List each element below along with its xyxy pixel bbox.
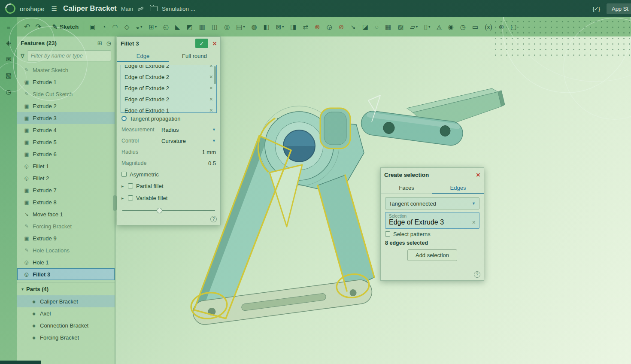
selection-method-dropdown[interactable]: Tangent connected ▼ <box>385 197 479 209</box>
selection-item[interactable]: Edge of Extrude 2× <box>121 82 216 94</box>
project-breadcrumb[interactable]: Simulation ... <box>162 6 195 12</box>
feature-item-forcing-bracket[interactable]: ✎Forcing Bracket <box>17 220 115 232</box>
tool-fillet[interactable]: ◵ <box>163 24 169 30</box>
feature-item-fillet-2[interactable]: ◵Fillet 2 <box>17 172 115 184</box>
measurement-caret-icon[interactable]: ▼ <box>212 127 216 132</box>
tool-sweep[interactable]: ◠ <box>112 24 118 30</box>
feature-item-fillet-3[interactable]: ◵Fillet 3 <box>17 268 115 280</box>
feature-item-side-cut-sketch[interactable]: ✎Side Cut Sketch <box>17 88 115 100</box>
scrollbar-thumb[interactable] <box>214 66 216 84</box>
tool-measure[interactable]: ◬ <box>437 24 442 30</box>
tool-extrude[interactable]: ▣ <box>89 24 95 30</box>
boolean-caret-icon[interactable]: ▾ <box>282 25 284 29</box>
commit-button[interactable]: ✓ <box>195 39 208 48</box>
tool-modify-fillet[interactable]: ◶ <box>327 24 332 30</box>
sketch-button[interactable]: ✎ Sketch <box>52 24 79 30</box>
part-item-connection-bracket[interactable]: ◆Connection Bracket <box>17 319 115 331</box>
tangent-propagation-checkbox[interactable] <box>121 116 127 121</box>
tool-rib[interactable]: ▥ <box>199 24 205 30</box>
selection-item[interactable]: Edge of Extrude 2× <box>121 71 216 82</box>
feature-item-extrude-6[interactable]: ▣Extrude 6 <box>17 148 115 160</box>
tool-mass-properties[interactable]: ◉ <box>448 24 454 30</box>
part-item-axel[interactable]: ◆Axel <box>17 307 115 319</box>
tool-boolean[interactable]: ⊠▾ <box>276 24 284 30</box>
linear-pattern-caret-icon[interactable]: ▾ <box>243 25 245 29</box>
feature-item-extrude-4[interactable]: ▣Extrude 4 <box>17 124 115 136</box>
feature-item-extrude-7[interactable]: ▣Extrude 7 <box>17 184 115 196</box>
tool-enclose[interactable]: ⊞▾ <box>149 24 157 30</box>
part-item-caliper-bracket[interactable]: ◆Caliper Bracket <box>17 295 115 307</box>
feature-item-extrude-9[interactable]: ▣Extrude 9 <box>17 232 115 244</box>
feature-item-extrude-5[interactable]: ▣Extrude 5 <box>17 136 115 148</box>
sheet-metal-caret-icon[interactable]: ▾ <box>416 25 418 29</box>
redo-icon[interactable]: ↷ <box>35 22 41 31</box>
thicken-caret-icon[interactable]: ▾ <box>140 25 142 29</box>
help-icon[interactable]: ? <box>210 216 217 222</box>
onshape-logo-icon[interactable] <box>3 1 18 16</box>
tool-performance[interactable]: ◷ <box>460 24 466 30</box>
feature-item-extrude-3[interactable]: ▣Extrude 3 <box>17 112 115 124</box>
comments-icon[interactable]: ✉ <box>6 55 12 63</box>
tool-hole[interactable]: ◎ <box>224 24 230 30</box>
configurations-icon[interactable]: ◈ <box>6 39 11 47</box>
remove-selection-icon[interactable]: × <box>209 65 213 69</box>
remove-selection-icon[interactable]: × <box>209 73 213 80</box>
partial-fillet-checkbox[interactable] <box>128 183 133 188</box>
tab-edge[interactable]: Edge <box>117 50 169 62</box>
cancel-button[interactable]: × <box>212 40 217 47</box>
tool-simulation[interactable]: ⊛ <box>499 24 504 30</box>
tab-faces[interactable]: Faces <box>381 182 432 194</box>
tool-replace-face[interactable]: ◪ <box>362 24 368 30</box>
tool-linear-pattern[interactable]: ▤▾ <box>236 24 245 30</box>
tool-notes[interactable]: ▭ <box>472 24 478 30</box>
tool-move-face[interactable]: ↘ <box>350 24 356 30</box>
tool-delete-face[interactable]: ⊘ <box>339 24 344 30</box>
measurement-select[interactable]: Radius <box>161 127 209 133</box>
tool-frame[interactable]: ▯▾ <box>424 24 430 30</box>
link-icon[interactable] <box>137 6 144 12</box>
filter-input[interactable] <box>27 50 111 61</box>
remove-selection-icon[interactable]: × <box>209 107 213 113</box>
feature-item-fillet-1[interactable]: ◵Fillet 1 <box>17 160 115 172</box>
tool-revolve[interactable]: ◔ <box>102 24 106 30</box>
rollback-icon[interactable]: ◷ <box>106 40 111 46</box>
history-icon[interactable]: ◷ <box>6 88 11 96</box>
tool-boundary-surface[interactable]: ▦ <box>385 24 391 30</box>
selection-item[interactable]: Edge of Extrude 2× <box>121 94 216 105</box>
help-icon[interactable]: ? <box>474 271 480 278</box>
edge-selection-list[interactable]: Edge of Extrude 2×Edge of Extrude 2×Edge… <box>121 65 217 113</box>
tool-mirror[interactable]: ◧ <box>264 24 270 30</box>
workspace-label[interactable]: Main <box>121 6 133 12</box>
opacity-slider[interactable] <box>122 207 215 214</box>
partial-fillet-expander-icon[interactable]: ▸ <box>121 184 125 188</box>
close-icon[interactable]: × <box>476 171 480 179</box>
remove-selection-icon[interactable]: × <box>209 85 213 91</box>
tool-delete-part[interactable]: ⊗ <box>315 24 320 30</box>
variable-fillet-checkbox[interactable] <box>128 195 133 200</box>
tool-split[interactable]: ◨ <box>290 24 296 30</box>
enclose-caret-icon[interactable]: ▾ <box>155 25 157 29</box>
add-selection-button[interactable]: Add selection <box>407 249 457 261</box>
feature-item-extrude-2[interactable]: ▣Extrude 2 <box>17 100 115 112</box>
menu-icon[interactable]: ☰ <box>52 5 57 12</box>
feature-item-hole-1[interactable]: ◎Hole 1 <box>17 256 115 268</box>
tool-drawing[interactable]: ▢ <box>510 24 516 30</box>
tool-variable-table[interactable]: (x) <box>485 24 492 30</box>
tool-thicken[interactable]: ◒▾ <box>136 24 142 30</box>
tool-sheet-metal[interactable]: ▱▾ <box>410 24 418 30</box>
slider-handle[interactable] <box>157 208 162 213</box>
control-caret-icon[interactable]: ▼ <box>212 139 216 143</box>
seed-selection-box[interactable]: Selection Edge of Extrude 3 × <box>385 212 479 229</box>
feature-item-move-face-1[interactable]: ↘Move face 1 <box>17 208 115 220</box>
tool-loft[interactable]: ◇ <box>124 24 130 30</box>
featurescript-icon[interactable]: {✓} <box>592 6 600 12</box>
selection-item[interactable]: Edge of Extrude 1× <box>121 105 216 113</box>
asymmetric-checkbox[interactable] <box>121 172 127 177</box>
feature-item-extrude-1[interactable]: ▣Extrude 1 <box>17 76 115 88</box>
part-item-forcing-bracket[interactable]: ◆Forcing Bracket <box>17 331 115 343</box>
tool-transform[interactable]: ⇄ <box>303 24 308 30</box>
tab-edges[interactable]: Edges <box>432 182 484 194</box>
tool-offset-surface[interactable]: ◌ <box>375 24 379 30</box>
control-select[interactable]: Curvature <box>161 138 209 144</box>
frame-caret-icon[interactable]: ▾ <box>428 25 430 29</box>
